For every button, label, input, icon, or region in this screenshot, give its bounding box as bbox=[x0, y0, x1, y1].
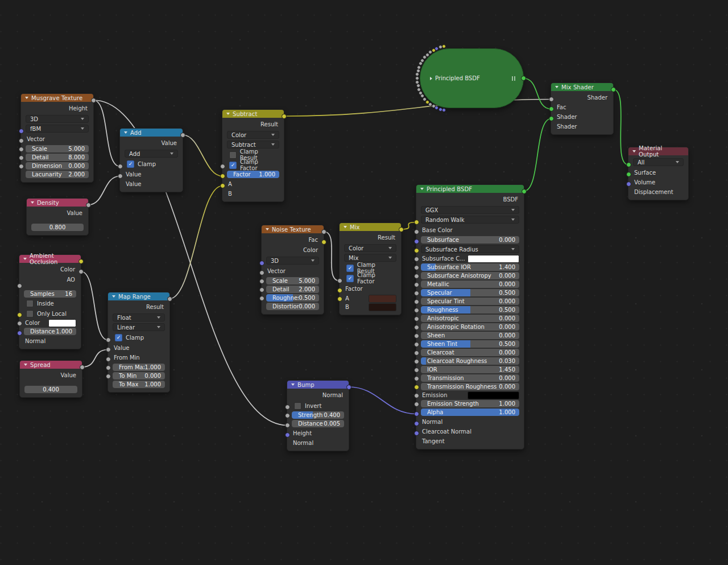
transmission-field[interactable]: Transmission0.000 bbox=[421, 374, 519, 382]
clearcoat-field[interactable]: Clearcoat0.000 bbox=[421, 349, 519, 356]
metallic-input-socket[interactable] bbox=[414, 274, 419, 279]
subsurface-ior-field[interactable]: Subsurface IOR1.400 bbox=[421, 263, 519, 271]
subsurface-anisotropy-input-socket[interactable] bbox=[414, 265, 419, 270]
vector-input-socket[interactable] bbox=[19, 129, 24, 134]
detail-field[interactable]: Detail8.000 bbox=[26, 154, 89, 161]
shader-input-socket[interactable] bbox=[549, 106, 554, 112]
0-800-field[interactable]: 0.800 bbox=[31, 224, 84, 231]
value-input-socket[interactable] bbox=[118, 174, 123, 179]
collapse-chevron-icon[interactable] bbox=[24, 364, 27, 366]
lacunarity-field[interactable]: Lacunarity2.000 bbox=[26, 171, 89, 178]
strength-input-socket[interactable] bbox=[285, 405, 290, 410]
distance-input-socket[interactable] bbox=[285, 413, 290, 418]
node-header[interactable]: Musgrave Texture bbox=[21, 94, 93, 102]
b-input-socket[interactable] bbox=[337, 296, 342, 302]
ior-input-socket[interactable] bbox=[414, 359, 419, 364]
value-input-socket[interactable] bbox=[118, 164, 123, 169]
node-header[interactable]: Map Range bbox=[108, 292, 169, 300]
emission-color-swatch[interactable] bbox=[468, 391, 519, 399]
distortion-input-socket[interactable] bbox=[259, 296, 264, 301]
emission-input-socket[interactable] bbox=[414, 385, 419, 390]
base-color-input-socket[interactable] bbox=[414, 220, 419, 225]
samples-input-socket[interactable] bbox=[17, 283, 22, 288]
mix-dropdown[interactable]: Mix bbox=[344, 254, 396, 262]
subsurface-radius-input-socket[interactable] bbox=[414, 239, 419, 244]
all-dropdown[interactable]: All bbox=[633, 158, 684, 166]
color-input-socket[interactable] bbox=[17, 312, 22, 317]
collapse-chevron-icon[interactable] bbox=[23, 258, 27, 260]
node-header[interactable]: Mix bbox=[340, 223, 401, 231]
a-input-socket[interactable] bbox=[337, 288, 342, 293]
subtract-dropdown[interactable]: Subtract bbox=[227, 141, 279, 149]
emission-strength-input-socket[interactable] bbox=[414, 393, 419, 398]
to-max-field[interactable]: To Max1.000 bbox=[113, 381, 165, 388]
collapse-chevron-icon[interactable] bbox=[344, 226, 347, 228]
hidden-input-socket[interactable] bbox=[415, 76, 419, 80]
float-dropdown[interactable]: Float bbox=[113, 314, 165, 321]
fac-output-socket[interactable] bbox=[321, 229, 326, 234]
node-editor-canvas[interactable]: Musgrave TextureHeight3DfBMVectorScale5.… bbox=[0, 0, 728, 565]
detail-input-socket[interactable] bbox=[259, 279, 264, 284]
mixshader-node[interactable]: Mix ShaderShaderFacShaderShader bbox=[551, 83, 614, 135]
result-output-socket[interactable] bbox=[167, 296, 172, 302]
distance-input-socket[interactable] bbox=[17, 321, 22, 326]
to-min-input-socket[interactable] bbox=[106, 365, 111, 370]
clamp-checkbox[interactable]: ✓ bbox=[115, 334, 122, 341]
collapse-chevron-icon[interactable] bbox=[430, 77, 432, 80]
dimension-field[interactable]: Dimension0.000 bbox=[26, 162, 89, 170]
ggx-dropdown[interactable]: GGX bbox=[421, 206, 519, 214]
maprange-node[interactable]: Map RangeResultFloatLinear✓ClampValueFro… bbox=[107, 292, 170, 393]
subsurface-ior-input-socket[interactable] bbox=[414, 257, 419, 262]
dimension-input-socket[interactable] bbox=[19, 155, 24, 160]
specular-tint-input-socket[interactable] bbox=[414, 291, 419, 296]
transmission-input-socket[interactable] bbox=[414, 368, 419, 373]
height-input-socket[interactable] bbox=[285, 423, 290, 428]
metallic-field[interactable]: Metallic0.000 bbox=[421, 281, 519, 288]
ao-node[interactable]: Ambient OcclusionColorAOSamples16InsideO… bbox=[19, 254, 81, 349]
principled-node[interactable]: Principled BSDFBSDFGGXRandom WalkBase Co… bbox=[416, 184, 524, 449]
hidden-input-socket[interactable] bbox=[442, 44, 446, 48]
sheen-input-socket[interactable] bbox=[414, 325, 419, 330]
scale-input-socket[interactable] bbox=[19, 138, 24, 143]
clearcoat-input-socket[interactable] bbox=[414, 342, 419, 347]
value-output-socket[interactable] bbox=[80, 365, 85, 370]
clamp-result-checkbox[interactable] bbox=[229, 151, 237, 159]
roughnes-input-socket[interactable] bbox=[259, 287, 264, 292]
anisotropic-field[interactable]: Anisotropic0.000 bbox=[421, 315, 519, 322]
node-header[interactable]: Material Output bbox=[628, 147, 688, 155]
collapse-chevron-icon[interactable] bbox=[291, 383, 295, 386]
mix-node[interactable]: MixResultColorMix✓Clamp Result✓Clamp Fac… bbox=[339, 222, 402, 315]
random-walk-dropdown[interactable]: Random Walk bbox=[421, 216, 519, 224]
distance-field[interactable]: Distance1.000 bbox=[24, 328, 76, 335]
node-header[interactable]: Subtract bbox=[222, 110, 284, 118]
node-header[interactable]: Noise Texture bbox=[262, 225, 324, 233]
value-output-socket[interactable] bbox=[180, 133, 185, 138]
inside-checkbox[interactable] bbox=[26, 300, 34, 307]
displacement-input-socket[interactable] bbox=[626, 182, 631, 187]
lacunarity-input-socket[interactable] bbox=[19, 164, 24, 169]
vector-input-socket[interactable] bbox=[259, 261, 264, 266]
ior-field[interactable]: IOR1.450 bbox=[421, 366, 519, 373]
subsurface-c-input-socket[interactable] bbox=[414, 248, 419, 253]
normal-input-socket[interactable] bbox=[285, 432, 290, 438]
specular-field[interactable]: Specular0.500 bbox=[421, 289, 519, 296]
result-output-socket[interactable] bbox=[282, 114, 287, 119]
from-min-input-socket[interactable] bbox=[106, 347, 111, 352]
scale-field[interactable]: Scale5.000 bbox=[26, 145, 89, 152]
node-header[interactable]: Ambient Occlusion bbox=[19, 255, 81, 263]
node-header[interactable]: Add bbox=[120, 129, 183, 137]
height-output-socket[interactable] bbox=[91, 98, 96, 103]
output-node[interactable]: Material OutputAllSurfaceVolumeDisplacem… bbox=[628, 147, 689, 200]
0-400-field[interactable]: 0.400 bbox=[24, 386, 77, 393]
specular-input-socket[interactable] bbox=[414, 282, 419, 287]
hidden-input-socket[interactable] bbox=[416, 84, 420, 88]
clamp-result-checkbox[interactable]: ✓ bbox=[346, 265, 354, 272]
sheen-field[interactable]: Sheen0.000 bbox=[421, 332, 519, 339]
a-color-swatch[interactable] bbox=[369, 295, 396, 303]
node-header[interactable]: Spread bbox=[20, 361, 82, 369]
color-dropdown[interactable]: Color bbox=[344, 244, 396, 252]
subsurface-c-color-swatch[interactable] bbox=[468, 255, 519, 263]
density-node[interactable]: DensityValue0.800 bbox=[26, 198, 89, 236]
distortion-field[interactable]: Distortion0.000 bbox=[266, 303, 319, 310]
musgrave-node[interactable]: Musgrave TextureHeight3DfBMVectorScale5.… bbox=[20, 93, 94, 183]
